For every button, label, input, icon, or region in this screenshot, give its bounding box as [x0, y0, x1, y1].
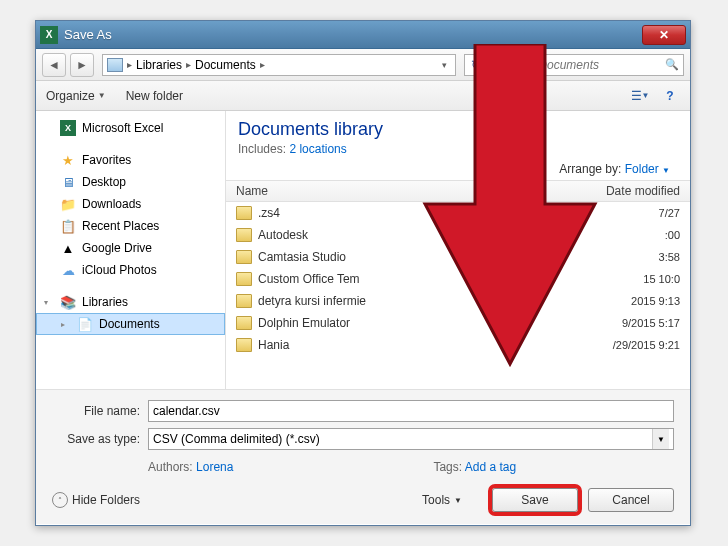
file-name: Hania	[258, 338, 560, 352]
chevron-down-icon: ▼	[642, 91, 650, 100]
filename-row: File name:	[52, 400, 674, 422]
sidebar-item-gdrive[interactable]: ▲Google Drive	[36, 237, 225, 259]
search-input[interactable]	[497, 58, 665, 72]
sidebar-item-label: Microsoft Excel	[82, 121, 163, 135]
file-row[interactable]: Autodesk:00	[226, 224, 690, 246]
forward-button[interactable]: ►	[70, 53, 94, 77]
folder-icon	[236, 206, 252, 220]
nav-bar: ◄ ► ▸ Libraries ▸ Documents ▸ ▾ ↻ 🔍	[36, 49, 690, 81]
organize-label: Organize	[46, 89, 95, 103]
refresh-icon: ↻	[471, 58, 481, 72]
breadcrumb-sep: ▸	[125, 59, 134, 70]
chevron-down-icon: ▼	[652, 429, 669, 449]
file-row[interactable]: Dolphin Emulator9/2015 5:17	[226, 312, 690, 334]
file-date: 15 10:0	[560, 273, 680, 285]
file-row[interactable]: Custom Office Tem15 10:0	[226, 268, 690, 290]
savetype-row: Save as type: CSV (Comma delimited) (*.c…	[52, 428, 674, 450]
tags-field: Tags: Add a tag	[433, 460, 516, 474]
save-button[interactable]: Save	[492, 488, 578, 512]
tools-dropdown[interactable]: Tools▼	[422, 493, 462, 507]
dialog-body: XMicrosoft Excel ★Favorites 🖥Desktop 📁Do…	[36, 111, 690, 389]
sidebar-item-desktop[interactable]: 🖥Desktop	[36, 171, 225, 193]
sidebar-item-downloads[interactable]: 📁Downloads	[36, 193, 225, 215]
sidebar-item-excel[interactable]: XMicrosoft Excel	[36, 117, 225, 139]
sidebar-item-icloud[interactable]: ☁iCloud Photos	[36, 259, 225, 281]
column-name[interactable]: Name	[226, 184, 570, 198]
view-options-button[interactable]: ☰▼	[630, 86, 650, 106]
close-icon: ✕	[659, 28, 669, 42]
chevron-down-icon: ▼	[454, 496, 462, 505]
arrange-value: Folder	[625, 162, 659, 176]
savetype-value: CSV (Comma delimited) (*.csv)	[153, 432, 320, 446]
excel-app-icon: X	[40, 26, 58, 44]
cancel-button[interactable]: Cancel	[588, 488, 674, 512]
library-header: Documents library Includes: 2 locations	[226, 111, 690, 162]
organize-button[interactable]: Organize▼	[46, 89, 106, 103]
sidebar-item-recent[interactable]: 📋Recent Places	[36, 215, 225, 237]
column-date[interactable]: Date modified	[570, 184, 690, 198]
sidebar-item-label: iCloud Photos	[82, 263, 157, 277]
refresh-button[interactable]: ↻	[464, 54, 488, 76]
breadcrumb-sep: ▸	[184, 59, 193, 70]
arrange-row: Arrange by: Folder ▼	[226, 162, 690, 180]
button-row: ˄Hide Folders Tools▼ Save Cancel	[52, 488, 674, 512]
file-list[interactable]: .zs47/27Autodesk:00Camtasia Studio3:58Cu…	[226, 202, 690, 389]
expand-icon: ▸	[61, 320, 71, 329]
breadcrumb-libraries[interactable]: Libraries	[136, 58, 182, 72]
folder-icon	[236, 250, 252, 264]
file-date: 2015 9:13	[560, 295, 680, 307]
content-pane: Documents library Includes: 2 locations …	[226, 111, 690, 389]
new-folder-label: New folder	[126, 89, 183, 103]
breadcrumb-dropdown[interactable]: ▾	[438, 60, 451, 70]
sidebar-item-label: Google Drive	[82, 241, 152, 255]
search-box[interactable]: 🔍	[492, 54, 684, 76]
close-button[interactable]: ✕	[642, 25, 686, 45]
file-row[interactable]: detyra kursi infermie2015 9:13	[226, 290, 690, 312]
file-name: Camtasia Studio	[258, 250, 560, 264]
file-row[interactable]: .zs47/27	[226, 202, 690, 224]
desktop-icon: 🖥	[60, 174, 76, 190]
file-name: Dolphin Emulator	[258, 316, 560, 330]
list-icon: ☰	[631, 89, 642, 103]
new-folder-button[interactable]: New folder	[126, 89, 183, 103]
help-button[interactable]: ?	[660, 86, 680, 106]
folder-icon	[236, 338, 252, 352]
file-row[interactable]: Hania/29/2015 9:21	[226, 334, 690, 356]
breadcrumb-documents[interactable]: Documents	[195, 58, 256, 72]
sidebar-item-documents[interactable]: ▸📄Documents	[36, 313, 225, 335]
meta-row: Authors: Lorena Tags: Add a tag	[52, 456, 674, 488]
savetype-dropdown[interactable]: CSV (Comma delimited) (*.csv)▼	[148, 428, 674, 450]
file-name: Autodesk	[258, 228, 560, 242]
sidebar-item-libraries[interactable]: ▾📚Libraries	[36, 291, 225, 313]
collapse-icon: ▾	[44, 298, 54, 307]
file-date: 9/2015 5:17	[560, 317, 680, 329]
sidebar-item-label: Documents	[99, 317, 160, 331]
sidebar-item-label: Libraries	[82, 295, 128, 309]
hide-folders-button[interactable]: ˄Hide Folders	[52, 492, 140, 508]
locations-link[interactable]: 2 locations	[289, 142, 346, 156]
back-button[interactable]: ◄	[42, 53, 66, 77]
file-name: detyra kursi infermie	[258, 294, 560, 308]
file-date: :00	[560, 229, 680, 241]
file-row[interactable]: Camtasia Studio3:58	[226, 246, 690, 268]
breadcrumb[interactable]: ▸ Libraries ▸ Documents ▸ ▾	[102, 54, 456, 76]
cancel-label: Cancel	[612, 493, 649, 507]
authors-field: Authors: Lorena	[148, 460, 233, 474]
sidebar-item-label: Recent Places	[82, 219, 159, 233]
sidebar-item-favorites[interactable]: ★Favorites	[36, 149, 225, 171]
icloud-icon: ☁	[60, 262, 76, 278]
sidebar-item-label: Downloads	[82, 197, 141, 211]
tags-label: Tags:	[433, 460, 464, 474]
file-date: 7/27	[560, 207, 680, 219]
folder-icon	[236, 272, 252, 286]
window-title: Save As	[64, 27, 112, 42]
arrange-by-dropdown[interactable]: Folder ▼	[625, 162, 670, 176]
tools-label: Tools	[422, 493, 450, 507]
library-subtitle: Includes: 2 locations	[238, 142, 678, 156]
authors-value[interactable]: Lorena	[196, 460, 233, 474]
tags-value[interactable]: Add a tag	[465, 460, 516, 474]
filename-input[interactable]	[148, 400, 674, 422]
computer-icon	[107, 58, 123, 72]
star-icon: ★	[60, 152, 76, 168]
excel-icon: X	[60, 120, 76, 136]
